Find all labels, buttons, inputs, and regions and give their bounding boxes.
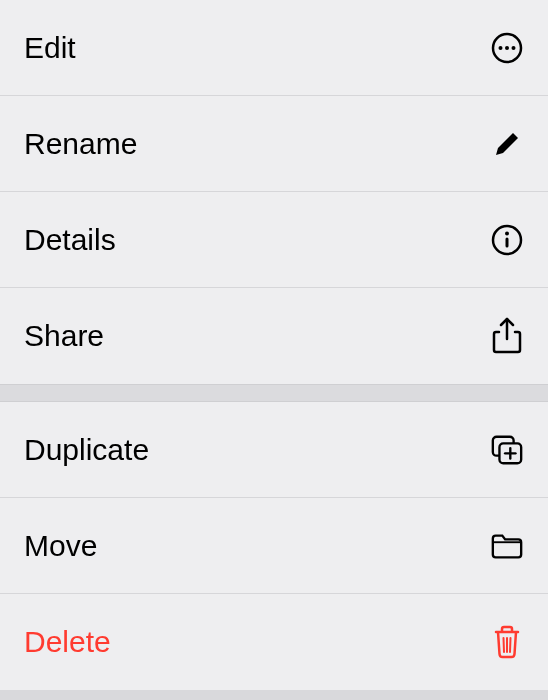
pencil-icon — [490, 127, 524, 161]
trash-icon — [490, 625, 524, 659]
svg-rect-6 — [506, 237, 509, 247]
svg-line-10 — [504, 638, 505, 652]
menu-label: Share — [24, 319, 104, 353]
share-icon — [490, 319, 524, 353]
menu-label: Rename — [24, 127, 137, 161]
duplicate-icon — [490, 433, 524, 467]
menu-section-2: Duplicate Move Delete — [0, 402, 548, 690]
menu-label: Delete — [24, 625, 111, 659]
svg-point-2 — [505, 46, 509, 50]
duplicate-menu-item[interactable]: Duplicate — [0, 402, 548, 498]
details-menu-item[interactable]: Details — [0, 192, 548, 288]
delete-menu-item[interactable]: Delete — [0, 594, 548, 690]
menu-label: Edit — [24, 31, 76, 65]
svg-point-3 — [512, 46, 516, 50]
move-menu-item[interactable]: Move — [0, 498, 548, 594]
menu-section-1: Edit Rename Details Share — [0, 0, 548, 384]
section-divider — [0, 384, 548, 402]
menu-label: Details — [24, 223, 116, 257]
svg-point-1 — [499, 46, 503, 50]
share-menu-item[interactable]: Share — [0, 288, 548, 384]
info-icon — [490, 223, 524, 257]
folder-icon — [490, 529, 524, 563]
edit-menu-item[interactable]: Edit — [0, 0, 548, 96]
rename-menu-item[interactable]: Rename — [0, 96, 548, 192]
svg-point-5 — [505, 231, 509, 235]
svg-line-12 — [510, 638, 511, 652]
menu-label: Duplicate — [24, 433, 149, 467]
menu-label: Move — [24, 529, 97, 563]
more-icon — [490, 31, 524, 65]
